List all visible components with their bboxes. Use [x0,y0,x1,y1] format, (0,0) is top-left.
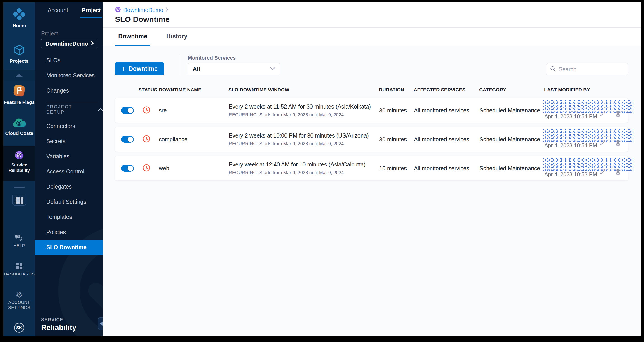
app-window: Home Projects Feature Flags $ [4,2,641,336]
sidebar-item-variables[interactable]: Variables [35,149,103,164]
projects-icon [13,44,25,57]
rail-item-label: Service [11,162,27,168]
sidebar-item-connectors[interactable]: Connectors [35,119,103,134]
svg-text:?: ? [17,235,19,238]
status-toggle[interactable] [121,136,134,143]
rail-item-service-reliability[interactable]: Service Reliability [4,151,35,173]
edit-icon[interactable] [599,110,606,117]
avatar[interactable]: SK [14,323,24,333]
column-affected-services: AFFECTED SERVICES [414,87,479,93]
sidebar-item-templates[interactable]: Templates [35,209,103,225]
affected-services: All monitored services [414,165,480,172]
rail-drag-strip[interactable] [4,181,35,194]
downtime-duration: 30 minutes [379,107,414,114]
rail-item-label: Cloud Costs [5,131,33,136]
sidebar-item-slos[interactable]: SLOs [35,53,103,68]
sidebar-item-secrets[interactable]: Secrets [35,134,103,149]
main-area: DowntimeDemo SLO Downtime Downtime Histo… [103,2,641,336]
affected-services: All monitored services [414,107,480,114]
rail-bottom-section: ? HELP DASHBOARDS ⚙ ACCOUNT SETTINGS SK [4,194,35,336]
sidebar-item-delegates[interactable]: Delegates [35,179,103,194]
delete-icon[interactable] [614,110,622,117]
service-reliability-module-icon [115,7,121,13]
new-downtime-button[interactable]: + Downtime [115,62,164,75]
scope-tabs: Account Project [35,2,103,18]
delete-icon[interactable] [614,168,622,175]
rail-modules-section: Feature Flags $ Cloud Costs [4,81,35,146]
status-toggle[interactable] [121,165,134,172]
page-title: SLO Downtime [115,15,641,24]
sidebar-item-monitored-services[interactable]: Monitored Services [35,68,103,83]
breadcrumb-project-link[interactable]: DowntimeDemo [123,7,163,13]
drag-handle [14,187,25,188]
affected-services: All monitored services [414,136,480,143]
rail-item-dashboards[interactable]: DASHBOARDS [4,263,34,277]
column-status: STATUS [138,87,159,93]
search-box [546,63,628,75]
sidebar-item-policies[interactable]: Policies [35,225,103,240]
table-row[interactable]: sre Every 2 weeks at 11:52 AM for 30 min… [115,98,628,123]
rail-item-projects[interactable]: Projects [4,44,35,64]
rail-item-label: ACCOUNT [8,300,30,305]
tab-project[interactable]: Project [80,6,102,18]
sidebar-item-slo-downtime[interactable]: SLO Downtime [35,240,103,255]
edit-icon[interactable] [599,139,606,146]
chevron-down-icon [270,67,275,71]
sidebar-item-changes[interactable]: Changes [35,83,103,98]
tab-history[interactable]: History [163,28,190,46]
feature-flags-icon [13,84,26,98]
search-input[interactable] [558,66,624,73]
table-row[interactable]: compliance Every 2 weeks at 10:00 PM for… [115,127,628,152]
project-setup-menu: Connectors Secrets Variables Access Cont… [35,119,103,255]
grid-icon [16,197,23,204]
sidebar-item-default-settings[interactable]: Default Settings [35,194,103,209]
column-duration: DURATION [379,87,414,93]
project-selector-label: Project [41,30,103,37]
breadcrumb: DowntimeDemo [115,7,641,13]
last-modified-date: Apr 4, 2023 10:54 PM [544,142,597,149]
downtime-window: Every 2 weeks at 10:00 PM for 30 minutes… [229,132,379,139]
sidebar-collapse-button[interactable] [98,317,103,330]
page-content: + Downtime Monitored Services All [103,46,641,336]
project-setup-section[interactable]: PROJECT SETUP [35,102,103,117]
rail-collapse-strip[interactable] [4,70,35,81]
recurring-clock-icon [142,106,159,115]
project-selector[interactable]: DowntimeDemo [41,39,98,48]
rail-item-label: Home [13,23,26,28]
status-toggle[interactable] [121,107,134,114]
column-window: SLO DOWNTIME WINDOW [228,87,379,93]
rail-item-help[interactable]: ? HELP [13,234,25,248]
edit-icon[interactable] [599,168,606,175]
recurring-clock-icon [142,164,159,173]
column-downtime-name: DOWNTIME NAME [159,87,228,93]
rail-item-feature-flags[interactable]: Feature Flags [4,84,35,105]
downtime-duration: 10 minutes [379,165,414,172]
project-selector-value: DowntimeDemo [46,41,90,47]
tab-account[interactable]: Account [46,6,69,18]
rail-item-account-settings[interactable]: ⚙ ACCOUNT SETTINGS [8,291,30,310]
recurring-clock-icon [142,135,159,144]
column-last-modified: LAST MODIFIED BY [544,87,621,93]
gear-icon: ⚙ [16,291,22,299]
rail-active-module-section: Service Reliability [4,146,35,181]
module-footer-title: Reliability [41,323,76,332]
downtime-name: sre [159,107,229,114]
downtime-category: Scheduled Maintenance [480,107,544,114]
downtime-category: Scheduled Maintenance [480,165,544,172]
downtime-duration: 30 minutes [379,136,414,143]
table-row[interactable]: web Every week at 12:40 AM for 10 minute… [115,156,628,181]
delete-icon[interactable] [614,139,622,146]
rail-item-home[interactable]: Home [4,8,35,28]
last-modified-date: Apr 4, 2023 10:53 PM [544,171,597,178]
dropdown-value: All [192,66,270,73]
sidebar-item-access-control[interactable]: Access Control [35,164,103,179]
rail-item-label: Projects [10,58,29,64]
module-rail: Home Projects Feature Flags $ [4,2,35,336]
rail-item-cloud-costs[interactable]: $ Cloud Costs [4,118,35,136]
chevron-up-icon [98,108,103,111]
tab-downtime[interactable]: Downtime [115,28,150,46]
table-header: STATUS DOWNTIME NAME SLO DOWNTIME WINDOW… [115,87,628,93]
module-grid-button[interactable] [12,195,26,206]
toolbar-divider [179,55,179,75]
monitored-services-dropdown[interactable]: All [188,63,280,75]
